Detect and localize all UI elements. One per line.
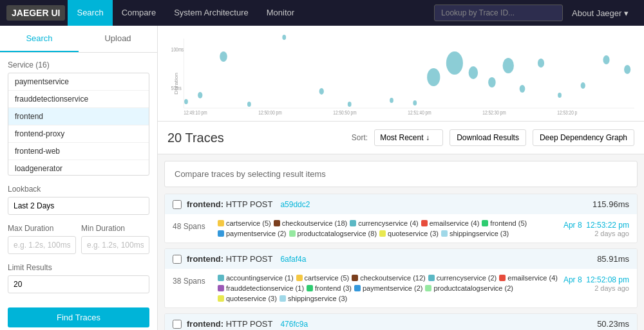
compare-banner: Compare traces by selecting result items	[164, 161, 638, 187]
svg-point-13	[247, 102, 251, 107]
tag-color-icon	[218, 275, 224, 281]
trace-checkbox[interactable]	[173, 255, 182, 264]
svg-point-28	[603, 55, 609, 64]
service-item-paymentservice[interactable]: paymentservice	[8, 73, 149, 91]
trace-header[interactable]: frontend: HTTP POST a59ddc2 115.96ms	[165, 194, 637, 214]
results-header: 20 Traces Sort: Most Recent ↓ Longest Fi…	[158, 122, 644, 154]
nav-item-search[interactable]: Search	[68, 0, 112, 26]
deep-dependency-graph-button[interactable]: Deep Dependency Graph	[533, 129, 634, 146]
trace-method: HTTP POST	[226, 319, 273, 329]
min-duration-field: Min Duration	[81, 224, 149, 254]
limit-input[interactable]	[8, 275, 149, 293]
tag-color-icon	[421, 220, 428, 226]
find-traces-button[interactable]: Find Traces	[8, 307, 149, 327]
tag-color-icon	[307, 285, 313, 291]
svg-point-27	[581, 82, 585, 89]
download-results-button[interactable]: Download Results	[450, 129, 526, 146]
trace-tag: productcatalogservice (2)	[425, 284, 513, 292]
trace-checkbox[interactable]	[173, 320, 182, 329]
service-item-frauddetectionservice[interactable]: frauddetectionservice	[8, 91, 149, 108]
trace-date-secondary: 2 days ago	[564, 230, 629, 237]
trace-tag: frontend (3)	[307, 284, 352, 292]
svg-point-26	[558, 93, 562, 98]
trace-tag: quoteservice (3)	[218, 295, 277, 302]
sidebar-content: Service (16) paymentservice frauddetecti…	[0, 53, 157, 330]
lookback-select[interactable]: Last 2 Days Last Hour Last 6 Hours Last …	[8, 197, 149, 215]
svg-point-15	[319, 88, 324, 95]
service-item-frontend[interactable]: frontend	[8, 108, 149, 125]
trace-tag: currencyservice (4)	[350, 219, 419, 227]
trace-tag: shippingservice (3)	[279, 295, 347, 302]
svg-point-17	[390, 98, 393, 103]
tag-color-icon	[218, 295, 224, 302]
trace-date: Apr 8 12:52:08 pm 2 days ago	[564, 274, 629, 292]
tag-color-icon	[352, 275, 358, 281]
trace-tag: checkoutservice (18)	[274, 219, 348, 227]
svg-text:12:50:50 pm: 12:50:50 pm	[333, 109, 357, 116]
svg-point-21	[469, 66, 478, 79]
min-duration-input[interactable]	[81, 236, 149, 254]
nav-item-compare[interactable]: Compare	[113, 0, 165, 26]
svg-text:Duration: Duration	[174, 73, 178, 95]
svg-text:12:52:30 pm: 12:52:30 pm	[482, 109, 506, 116]
service-item-frontend-proxy[interactable]: frontend-proxy	[8, 125, 149, 143]
tag-color-icon	[499, 275, 506, 281]
limit-label: Limit Results	[8, 263, 149, 272]
trace-date-primary: Apr 8 12:52:08 pm	[564, 275, 629, 284]
tag-color-icon	[482, 220, 488, 226]
max-duration-input[interactable]	[8, 236, 76, 254]
trace-checkbox[interactable]	[173, 200, 182, 209]
trace-tag: checkoutservice (12)	[352, 274, 426, 282]
trace-tag: paymentservice (2)	[218, 230, 287, 237]
trace-date-primary: Apr 8 12:53:22 pm	[564, 221, 629, 230]
about-menu[interactable]: About Jaeger ▾	[563, 8, 638, 18]
nav-search-area	[434, 5, 563, 21]
trace-id-search-input[interactable]	[434, 5, 563, 21]
svg-text:12:53:20 p: 12:53:20 p	[557, 109, 577, 116]
chart-area: 100ms 50ms 12:49:10 pm 12:50:00 pm 12:50…	[158, 26, 644, 122]
trace-item: frontend: HTTP POST 6afaf4a 85.91ms 38 S…	[164, 248, 638, 308]
trace-date-secondary: 2 days ago	[564, 284, 629, 292]
tag-color-icon	[279, 295, 286, 302]
service-item-frontend-web[interactable]: frontend-web	[8, 143, 149, 160]
trace-duration: 50.23ms	[597, 319, 629, 329]
tag-color-icon	[218, 220, 224, 226]
trace-method: HTTP POST	[226, 254, 273, 264]
tab-search[interactable]: Search	[0, 26, 79, 52]
trace-header[interactable]: frontend: HTTP POST 6afaf4a 85.91ms	[165, 249, 637, 269]
svg-point-16	[348, 102, 352, 107]
svg-point-24	[520, 85, 526, 93]
nav-items: Search Compare System Architecture Monit…	[68, 0, 434, 26]
service-section: Service (16) paymentservice frauddetecti…	[8, 60, 149, 176]
trace-service: frontend: HTTP POST	[187, 319, 272, 329]
service-item-loadgenerator[interactable]: loadgenerator	[8, 160, 149, 176]
trace-id: 6afaf4a	[280, 255, 306, 264]
svg-point-19	[427, 68, 440, 86]
trace-scatter-chart: 100ms 50ms 12:49:10 pm 12:50:00 pm 12:50…	[167, 32, 634, 116]
trace-tag: cartservice (5)	[218, 219, 271, 227]
sort-label: Sort:	[352, 133, 368, 142]
trace-tag: quoteservice (3)	[379, 230, 439, 237]
trace-body: 38 Spans accountingservice (1) cartservi…	[165, 269, 637, 307]
svg-point-23	[503, 58, 514, 73]
trace-service: frontend: HTTP POST	[187, 254, 272, 264]
svg-text:12:49:10 pm: 12:49:10 pm	[184, 109, 207, 116]
nav-logo: JAEGER UI	[6, 5, 65, 21]
trace-item: frontend: HTTP POST a59ddc2 115.96ms 48 …	[164, 194, 638, 243]
trace-tag: frauddetectionservice (1)	[218, 284, 304, 292]
trace-header[interactable]: frontend: HTTP POST 476fc9a 50.23ms	[165, 314, 637, 330]
content-area: 100ms 50ms 12:49:10 pm 12:50:00 pm 12:50…	[158, 26, 644, 330]
svg-point-25	[538, 59, 544, 68]
trace-tag: frontend (5)	[482, 219, 527, 227]
service-list[interactable]: paymentservice frauddetectionservice fro…	[8, 73, 149, 176]
trace-duration: 115.96ms	[592, 199, 629, 209]
trace-tag: paymentservice (2)	[354, 284, 423, 292]
tab-upload[interactable]: Upload	[79, 26, 157, 52]
sort-select[interactable]: Most Recent ↓ Longest First Shortest Fir…	[374, 129, 443, 146]
main-layout: Search Upload Service (16) paymentservic…	[0, 26, 644, 330]
nav-item-monitor[interactable]: Monitor	[258, 0, 303, 26]
nav-item-system-architecture[interactable]: System Architecture	[165, 0, 258, 26]
trace-spans: 48 Spans	[173, 219, 218, 231]
top-navigation: JAEGER UI Search Compare System Architec…	[0, 0, 644, 26]
lookback-select-wrapper: Last 2 Days Last Hour Last 6 Hours Last …	[8, 197, 149, 215]
